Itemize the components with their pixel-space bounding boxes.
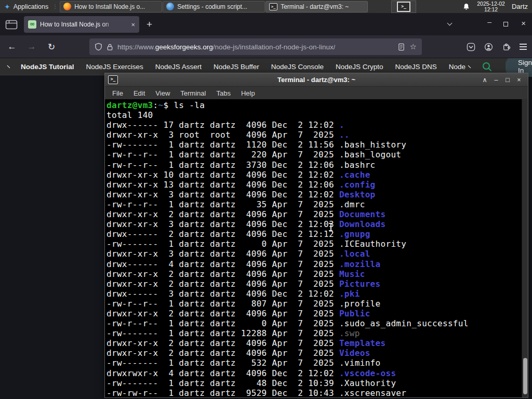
url-bar[interactable]: https://www.geeksforgeeks.org/node-js/in…	[89, 38, 422, 55]
terminal-line: drwxr-xr-x 2 dartz dartz 4096 Apr 7 2025…	[107, 209, 521, 219]
menu-file[interactable]: File	[107, 88, 128, 98]
terminal-screen[interactable]: dartz@vm3:~$ ls -la total 140 drwx------…	[105, 99, 528, 397]
clock[interactable]: 2025-12-02 12:12	[477, 1, 505, 12]
terminal-title-bar[interactable]: >_ Terminal - dartz@vm3: ~ ∧ – □ ×	[105, 73, 528, 87]
terminal-line: drwx------ 3 dartz dartz 4096 Dec 2 12:0…	[107, 289, 521, 299]
terminal-line: drwxr-xr-x 2 dartz dartz 4096 Apr 7 2025…	[107, 348, 521, 358]
tab-close-icon[interactable]: ×	[131, 21, 135, 29]
user-menu[interactable]: Dartz	[512, 3, 528, 10]
list-all-tabs-icon[interactable]	[447, 21, 453, 26]
terminal-window: >_ Terminal - dartz@vm3: ~ ∧ – □ × File …	[104, 73, 528, 398]
terminal-line: -rw-r--r-- 1 dartz dartz 807 Apr 7 2025 …	[107, 299, 521, 309]
reader-view-icon[interactable]	[398, 43, 405, 51]
menu-help[interactable]: Help	[236, 88, 260, 98]
applications-menu[interactable]: ✦ Applications	[0, 0, 52, 14]
taskbar-item-firefox[interactable]: How to Install Node.js o...	[60, 1, 162, 12]
terminal-line: drwxr-xr-x 3 dartz dartz 4096 Apr 7 2025…	[107, 249, 521, 259]
menu-edit[interactable]: Edit	[128, 88, 150, 98]
mouse-ibeam-cursor	[328, 223, 333, 231]
taskbar-item-label: How to Install Node.js o...	[74, 3, 145, 10]
taskbar-item-label: Settings - codium script...	[177, 3, 247, 10]
nav-scroll-left-icon[interactable]	[7, 65, 10, 68]
site-nav-item[interactable]: NodeJS Buffer	[214, 63, 259, 71]
site-nav-item[interactable]: NodeJS Tutorial	[21, 63, 74, 71]
applications-label: Applications	[14, 3, 48, 10]
site-nav-item[interactable]: NodeJS Assert	[155, 63, 202, 71]
browser-close-button[interactable]: ×	[521, 19, 526, 28]
notifications-bell-icon[interactable]	[462, 3, 470, 11]
browser-maximize-button[interactable]	[503, 22, 508, 26]
back-button[interactable]: ←	[4, 35, 20, 58]
account-icon[interactable]	[484, 43, 493, 51]
terminal-line: -rw-r--r-- 1 dartz dartz 35 Apr 7 2025 .…	[107, 200, 521, 209]
browser-tab[interactable]: ∞ How to Install Node.js on ×	[24, 16, 139, 33]
terminal-line: -rw-rw-r-- 1 dartz dartz 9529 Dec 2 10:4…	[107, 388, 521, 397]
browser-minimize-button[interactable]: –	[487, 18, 491, 26]
tracking-shield-icon[interactable]	[95, 43, 102, 51]
terminal-scrollbar-thumb[interactable]	[523, 358, 527, 394]
workspace-switcher[interactable]: >_	[391, 1, 416, 13]
site-nav-item[interactable]: NodeJS DNS	[395, 63, 437, 71]
tab-title: How to Install Node.js on	[40, 21, 119, 28]
terminal-minimize-button[interactable]: –	[491, 76, 501, 84]
pocket-icon[interactable]	[467, 43, 475, 51]
terminal-scrollbar[interactable]	[522, 99, 528, 397]
bookmark-star-icon[interactable]: ☆	[410, 42, 417, 51]
menu-tabs[interactable]: Tabs	[211, 88, 235, 98]
terminal-line: -rw------- 1 dartz dartz 0 Apr 7 2025 .I…	[107, 239, 521, 249]
terminal-line: drwxrwxr-x 4 dartz dartz 4096 Dec 2 12:0…	[107, 368, 521, 378]
extensions-icon[interactable]	[502, 43, 511, 51]
site-nav-item[interactable]: Node	[449, 63, 466, 71]
terminal-icon: >_	[269, 3, 277, 10]
search-icon[interactable]	[482, 61, 492, 72]
terminal-line: -rw-r--r-- 1 dartz dartz 0 Apr 7 2025 .s…	[107, 318, 521, 328]
terminal-rollup-button[interactable]: ∧	[480, 76, 489, 84]
navbar-right-icons	[467, 35, 527, 58]
terminal-line: drwx------ 2 dartz dartz 4096 Dec 2 12:1…	[107, 229, 521, 239]
desktop: ✦ Applications ⋮ How to Install Node.js …	[0, 0, 532, 399]
forward-button[interactable]: →	[24, 35, 39, 58]
terminal-line: drwx------ 17 dartz dartz 4096 Dec 2 12:…	[107, 120, 521, 130]
terminal-line: -rw------- 1 dartz dartz 1120 Dec 2 11:5…	[107, 140, 521, 150]
applications-icon: ✦	[4, 3, 10, 10]
menu-terminal[interactable]: Terminal	[175, 88, 211, 98]
top-panel: ✦ Applications ⋮ How to Install Node.js …	[0, 0, 532, 14]
new-tab-button[interactable]: +	[147, 19, 152, 30]
panel-grip: ⋮	[52, 4, 58, 9]
reload-button[interactable]: ↻	[44, 35, 59, 58]
terminal-prompt-line: dartz@vm3:~$ ls -la	[107, 100, 521, 110]
lock-icon[interactable]	[107, 43, 113, 51]
site-nav-item[interactable]: NodeJS Crypto	[336, 63, 383, 71]
terminal-line: drwxr-xr-x 2 dartz dartz 4096 Apr 7 2025…	[107, 269, 521, 279]
taskbar-item-label: Terminal - dartz@vm3: ~	[281, 3, 349, 10]
terminal-line: drwxr-xr-x 3 root root 4096 Apr 7 2025 .…	[107, 130, 521, 140]
terminal-menu-bar: File Edit View Terminal Tabs Help	[105, 87, 528, 99]
clock-time: 12:12	[477, 7, 505, 12]
firefox-view-icon[interactable]	[5, 20, 19, 30]
terminal-window-title: Terminal - dartz@vm3: ~	[105, 76, 528, 84]
url-text: https://www.geeksforgeeks.org/node-js/in…	[117, 43, 335, 51]
workspace-terminal-icon: >_	[397, 2, 410, 12]
site-nav-item[interactable]: NodeJS Console	[271, 63, 324, 71]
terminal-line: drwxr-xr-x 3 dartz dartz 4096 Dec 2 12:0…	[107, 219, 521, 229]
geeksforgeeks-favicon: ∞	[28, 20, 36, 29]
terminal-line: -rw------- 1 dartz dartz 532 Apr 7 2025 …	[107, 358, 521, 368]
taskbar-item-codium[interactable]: Settings - codium script...	[163, 1, 265, 12]
terminal-line: drwxr-xr-x 2 dartz dartz 4096 Apr 7 2025…	[107, 309, 521, 318]
system-tray: 2025-12-02 12:12 Dartz	[462, 1, 532, 12]
terminal-maximize-button[interactable]: □	[503, 76, 512, 84]
terminal-line: drwxr-xr-x 10 dartz dartz 4096 Dec 2 12:…	[107, 170, 521, 180]
vscodium-icon	[166, 3, 174, 10]
menu-view[interactable]: View	[150, 88, 175, 98]
taskbar-item-terminal[interactable]: >_ Terminal - dartz@vm3: ~	[265, 1, 368, 12]
menu-hamburger-icon[interactable]	[520, 44, 527, 45]
terminal-close-button[interactable]: ×	[514, 76, 524, 84]
terminal-line: drwxr-xr-x 3 dartz dartz 4096 Dec 2 12:0…	[107, 190, 521, 200]
terminal-line: -rw-r--r-- 1 dartz dartz 220 Apr 7 2025 …	[107, 150, 521, 159]
terminal-line: drwxr-xr-x 2 dartz dartz 4096 Apr 7 2025…	[107, 338, 521, 348]
clock-date: 2025-12-02	[477, 1, 505, 7]
terminal-line: -rw------- 1 dartz dartz 48 Dec 2 10:39 …	[107, 378, 521, 388]
site-nav-item[interactable]: NodeJS Exercises	[86, 63, 143, 71]
firefox-icon	[63, 3, 71, 10]
nav-scroll-right-icon[interactable]	[468, 65, 471, 68]
